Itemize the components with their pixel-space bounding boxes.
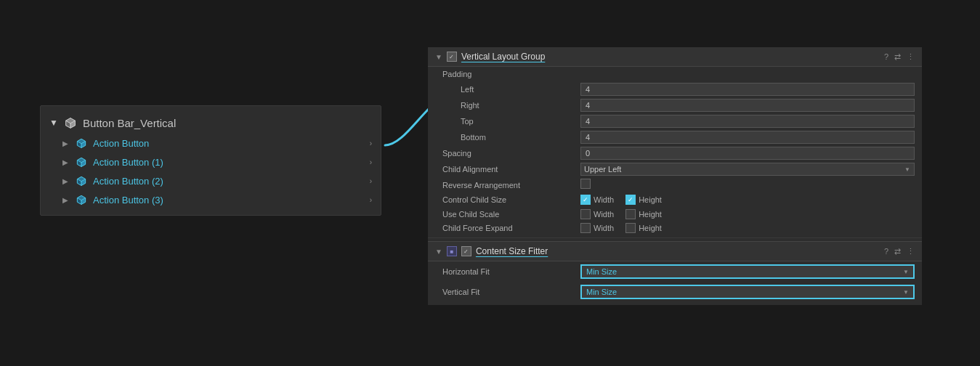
control-height-label: Height bbox=[639, 195, 662, 204]
child-alignment-select-wrapper: Upper Left bbox=[580, 163, 915, 176]
control-width-checkbox[interactable]: ✓ bbox=[580, 195, 591, 205]
csf-checkbox[interactable]: ✓ bbox=[461, 246, 471, 256]
spacing-row: Spacing bbox=[428, 145, 922, 161]
horizontal-fit-value: Min Size bbox=[586, 267, 617, 276]
csf-header-icons: ? ⇄ ⋮ bbox=[884, 247, 915, 256]
help-icon[interactable]: ? bbox=[884, 52, 888, 62]
csf-component-icon: ■ bbox=[447, 246, 457, 256]
use-child-scale-value: Width Height bbox=[580, 209, 915, 219]
expand-width-label: Width bbox=[594, 224, 614, 232]
vertical-fit-label: Vertical Fit bbox=[435, 288, 580, 296]
vlg-section: ▼ ✓ Vertical Layout Group ? ⇄ ⋮ Padding … bbox=[428, 47, 922, 238]
item-arrow-right-icon: › bbox=[370, 139, 372, 147]
left-value-container bbox=[580, 83, 915, 96]
root-label: Button Bar_Vertical bbox=[83, 117, 176, 129]
list-item[interactable]: ▶ Action Button (1) › bbox=[41, 152, 381, 171]
scale-width-item: Width bbox=[580, 209, 614, 219]
item-cube-icon bbox=[76, 194, 87, 206]
left-row: Left bbox=[428, 81, 922, 97]
arrow-down-icon: ▼ bbox=[49, 118, 58, 128]
reverse-arrangement-row: Reverse Arrangement bbox=[428, 177, 922, 192]
use-child-scale-checkboxes: Width Height bbox=[580, 209, 915, 219]
child-alignment-select[interactable]: Upper Left bbox=[580, 163, 915, 176]
control-child-size-row: Control Child Size ✓ Width ✓ Height bbox=[428, 192, 922, 207]
vertical-fit-dropdown[interactable]: Min Size ▼ bbox=[580, 285, 915, 299]
right-input[interactable] bbox=[580, 99, 915, 112]
top-input[interactable] bbox=[580, 115, 915, 128]
hierarchy-root-item[interactable]: ▼ Button Bar_Vertical bbox=[41, 112, 381, 134]
use-child-scale-row: Use Child Scale Width Height bbox=[428, 207, 922, 221]
control-width-item: ✓ Width bbox=[580, 195, 614, 205]
vertical-fit-select-wrapper: Min Size ▼ bbox=[580, 285, 915, 299]
reverse-arrangement-checkbox[interactable] bbox=[580, 179, 591, 189]
item-label: Action Button bbox=[93, 138, 372, 149]
csf-help-icon[interactable]: ? bbox=[884, 247, 888, 256]
reverse-arrangement-label: Reverse Arrangement bbox=[435, 181, 580, 190]
more-icon[interactable]: ⋮ bbox=[907, 52, 915, 62]
padding-label: Padding bbox=[435, 70, 580, 78]
vlg-icon: ▼ bbox=[435, 53, 442, 61]
bottom-row: Bottom bbox=[428, 129, 922, 145]
horizontal-fit-arrow-icon: ▼ bbox=[903, 269, 909, 275]
layout-icon[interactable]: ⇄ bbox=[894, 52, 901, 62]
csf-more-icon[interactable]: ⋮ bbox=[907, 247, 915, 256]
child-force-expand-row: Child Force Expand Width Height bbox=[428, 221, 922, 237]
expand-height-item: Height bbox=[625, 223, 662, 233]
item-label: Action Button (1) bbox=[93, 157, 372, 168]
control-child-size-label: Control Child Size bbox=[435, 195, 580, 204]
scale-height-item: Height bbox=[625, 209, 662, 219]
item-arrow-right-icon: › bbox=[370, 196, 372, 204]
control-width-label: Width bbox=[594, 195, 614, 204]
child-force-expand-checkboxes: Width Height bbox=[580, 223, 915, 233]
spacing-input[interactable] bbox=[580, 147, 915, 160]
child-alignment-row: Child Alignment Upper Left bbox=[428, 161, 922, 177]
item-cube-icon bbox=[76, 156, 87, 168]
horizontal-fit-row: Horizontal Fit Min Size ▼ bbox=[428, 261, 922, 282]
expand-arrow-icon: ▶ bbox=[62, 158, 68, 166]
right-value-container bbox=[580, 99, 915, 112]
horizontal-fit-label: Horizontal Fit bbox=[435, 267, 580, 276]
list-item[interactable]: ▶ Action Button › bbox=[41, 134, 381, 152]
child-force-expand-value: Width Height bbox=[580, 223, 915, 233]
vlg-header: ▼ ✓ Vertical Layout Group ? ⇄ ⋮ bbox=[428, 47, 922, 67]
expand-width-item: Width bbox=[580, 223, 614, 233]
bottom-label: Bottom bbox=[435, 133, 580, 142]
spacing-label: Spacing bbox=[435, 149, 580, 158]
scale-width-label: Width bbox=[594, 210, 614, 219]
use-child-scale-label: Use Child Scale bbox=[435, 210, 580, 219]
top-label: Top bbox=[435, 117, 580, 126]
item-arrow-right-icon: › bbox=[370, 177, 372, 185]
item-arrow-right-icon: › bbox=[370, 158, 372, 166]
vertical-fit-row: Vertical Fit Min Size ▼ bbox=[428, 282, 922, 305]
child-alignment-label: Child Alignment bbox=[435, 165, 580, 174]
vertical-fit-arrow-icon: ▼ bbox=[903, 289, 909, 296]
csf-layout-icon[interactable]: ⇄ bbox=[894, 247, 901, 256]
top-row: Top bbox=[428, 113, 922, 129]
expand-height-checkbox[interactable] bbox=[625, 223, 636, 233]
item-label: Action Button (2) bbox=[93, 176, 372, 187]
vertical-fit-value: Min Size bbox=[586, 288, 617, 296]
spacing-value-container bbox=[580, 147, 915, 160]
csf-section: ▼ ■ ✓ Content Size Fitter ? ⇄ ⋮ Horizont… bbox=[428, 241, 922, 305]
padding-group-row: Padding bbox=[428, 67, 922, 81]
vlg-title: Vertical Layout Group bbox=[461, 52, 880, 62]
right-row: Right bbox=[428, 97, 922, 113]
expand-arrow-icon: ▶ bbox=[62, 139, 68, 147]
scale-height-checkbox[interactable] bbox=[625, 209, 636, 219]
component-checkbox[interactable]: ✓ bbox=[447, 52, 457, 62]
list-item[interactable]: ▶ Action Button (2) › bbox=[41, 171, 381, 190]
control-height-item: ✓ Height bbox=[625, 195, 662, 205]
scale-width-checkbox[interactable] bbox=[580, 209, 591, 219]
hierarchy-panel: ▼ Button Bar_Vertical ▶ Action Button › bbox=[40, 105, 381, 216]
bottom-input[interactable] bbox=[580, 131, 915, 144]
control-height-checkbox[interactable]: ✓ bbox=[625, 195, 636, 205]
expand-arrow-icon: ▶ bbox=[62, 196, 68, 204]
expand-width-checkbox[interactable] bbox=[580, 223, 591, 233]
expand-arrow-icon: ▶ bbox=[62, 177, 68, 185]
horizontal-fit-dropdown[interactable]: Min Size ▼ bbox=[580, 264, 915, 279]
item-label: Action Button (3) bbox=[93, 195, 372, 206]
top-value-container bbox=[580, 115, 915, 128]
root-cube-icon bbox=[64, 116, 77, 129]
left-input[interactable] bbox=[580, 83, 915, 96]
list-item[interactable]: ▶ Action Button (3) › bbox=[41, 190, 381, 209]
